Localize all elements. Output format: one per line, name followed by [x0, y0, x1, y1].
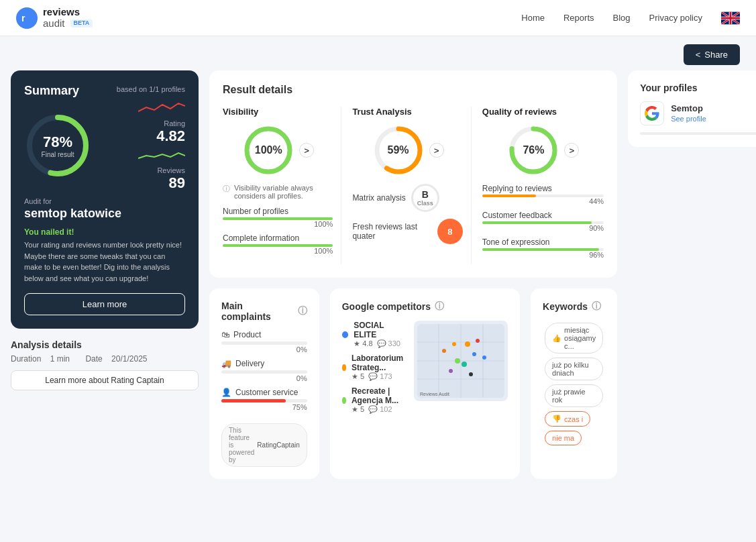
keyword-chip[interactable]: już prawie rok [545, 384, 603, 407]
svg-point-28 [455, 358, 460, 364]
navigation: r reviews audit BETA Home Reports Blog P… [0, 0, 756, 36]
see-profile-link[interactable]: See profile [671, 115, 706, 123]
competitors-card: Google competitors ⓘ SOCIAL ELITE ★ 4.8 … [330, 288, 520, 479]
date-label: Date [85, 354, 102, 364]
keyword-chip-negative[interactable]: 👎 czas i [545, 411, 590, 427]
svg-point-34 [452, 342, 456, 346]
rating-reviews-block: Rating 4.82 Reviews 89 [138, 99, 185, 192]
based-on-text: based on 1/1 profiles [117, 85, 185, 93]
svg-point-26 [465, 341, 470, 347]
trust-column: Trust Analysis 59% > Matrix analysis [352, 107, 471, 264]
rating-label: Rating [156, 119, 185, 127]
comp-dot [342, 331, 348, 338]
competitors-list: SOCIAL ELITE ★ 4.8 💬 330 Laboratorium St… [342, 321, 406, 419]
nav-reports[interactable]: Reports [563, 13, 594, 23]
complaints-title: Main complaints [221, 301, 294, 322]
quality-column: Quality of reviews 76% > [482, 107, 604, 264]
audit-for-text: Audit for [24, 197, 185, 205]
powered-by: RatingCaptain [257, 441, 299, 449]
replying-val: 44% [482, 197, 604, 205]
quality-title: Quality of reviews [482, 107, 604, 117]
comp-rating: ★ 5 [352, 405, 364, 414]
business-name: semtop katowice [24, 207, 185, 221]
profile-item: Semtop See profile [640, 101, 756, 125]
analysis-title: Analysis details [11, 339, 199, 350]
svg-point-30 [449, 369, 453, 373]
share-label: Share [704, 50, 728, 60]
competitors-title: Google competitors [342, 301, 431, 312]
rating-value: 4.82 [156, 127, 185, 145]
final-result-label: Final result [42, 151, 74, 158]
delivery-icon: 🚚 [221, 359, 231, 368]
duration-label: Duration [11, 354, 41, 364]
feedback-val: 90% [482, 224, 604, 232]
tone-label: Tone of expression [482, 237, 604, 247]
score-row: 78% Final result Rating 4.82 [24, 99, 185, 192]
google-profile-icon [640, 101, 664, 125]
keyword-chip[interactable]: już po kilku dniach [545, 358, 603, 380]
info-icon: ⓘ [223, 184, 230, 194]
customer-service-icon: 👤 [221, 388, 231, 397]
keyword-chip[interactable]: 👍 miesiąc osiągamy c... [545, 323, 603, 354]
keyword-label: miesiąc osiągamy c... [564, 326, 596, 350]
right-column: Your profiles Semtop See profi [628, 70, 756, 479]
keywords-info-icon: ⓘ [592, 301, 601, 313]
comp-dot [342, 397, 346, 404]
reviews-label: Reviews [157, 166, 185, 174]
beta-badge: BETA [70, 19, 93, 28]
nav-privacy[interactable]: Privacy policy [649, 13, 702, 23]
keyword-label: nie ma [552, 434, 574, 442]
share-icon: < [696, 50, 701, 60]
nav-home[interactable]: Home [521, 13, 545, 23]
visibility-column: Visibility 100% > ⓘ Visibil [223, 107, 341, 264]
learn-rating-captain-button[interactable]: Learn more about Rating Captain [11, 370, 199, 390]
visibility-donut: 100% [241, 123, 295, 177]
profiles-scroll[interactable]: Semtop See profile [640, 101, 756, 125]
product-label: Product [233, 330, 261, 339]
toolbar: < Share [0, 36, 756, 70]
thumbs-up-icon: 👍 [552, 334, 561, 343]
keyword-chip-negative[interactable]: nie ma [545, 431, 582, 445]
complaints-info-icon: ⓘ [298, 305, 307, 317]
product-complaint: 🛍 Product 0% [221, 330, 307, 354]
metric-val: 100% [223, 220, 333, 228]
fresh-reviews-label: Fresh reviews last quater [352, 222, 431, 241]
delivery-complaint: 🚚 Delivery 0% [221, 359, 307, 382]
share-button[interactable]: < Share [684, 44, 740, 65]
profile-name: Semtop [671, 103, 706, 113]
quality-chevron-button[interactable]: > [564, 143, 579, 158]
result-columns: Visibility 100% > ⓘ Visibil [223, 107, 604, 264]
main-grid: Summary based on 1/1 profiles 78% Final … [0, 70, 756, 490]
comp-reviews: 💬 173 [368, 372, 392, 381]
learn-more-button[interactable]: Learn more [24, 293, 185, 315]
quality-percent: 76% [523, 144, 544, 156]
svg-point-0 [16, 7, 38, 29]
svg-point-35 [469, 372, 473, 376]
visibility-chevron-button[interactable]: > [299, 143, 314, 158]
keywords-list: 👍 miesiąc osiągamy c... już po kilku dni… [543, 321, 605, 447]
logo-icon: r [16, 7, 38, 29]
customer-service-val: 75% [221, 403, 307, 411]
duration-value: 1 min [50, 354, 70, 364]
metric-label: Number of profiles [223, 207, 333, 216]
flag-icon[interactable] [721, 11, 740, 25]
analysis-details: Analysis details Duration 1 min Date 20/… [11, 339, 199, 390]
comp-name: Recreate | Agencja M... [352, 386, 406, 405]
quality-donut: 76% [506, 123, 560, 177]
logo-audit-text: audit [43, 18, 65, 30]
trust-chevron-button[interactable]: > [429, 143, 444, 158]
competitors-chart: Reviews Audit [414, 321, 508, 401]
sparkline2-icon [138, 149, 185, 162]
delivery-val: 0% [221, 374, 307, 382]
comp-rating: ★ 4.8 [354, 339, 372, 348]
result-details-card: Result details Visibility 100% > [209, 70, 617, 278]
metric-label: Complete information [223, 233, 333, 243]
nav-links: Home Reports Blog Privacy policy [521, 11, 740, 25]
svg-point-32 [442, 349, 446, 353]
trust-title: Trust Analysis [352, 107, 462, 117]
competitor-row: Recreate | Agencja M... ★ 5 💬 102 [342, 386, 406, 414]
svg-point-31 [462, 362, 467, 367]
nav-blog[interactable]: Blog [613, 13, 631, 23]
analysis-meta: Duration 1 min Date 20/1/2025 [11, 354, 199, 364]
svg-point-33 [482, 356, 486, 360]
